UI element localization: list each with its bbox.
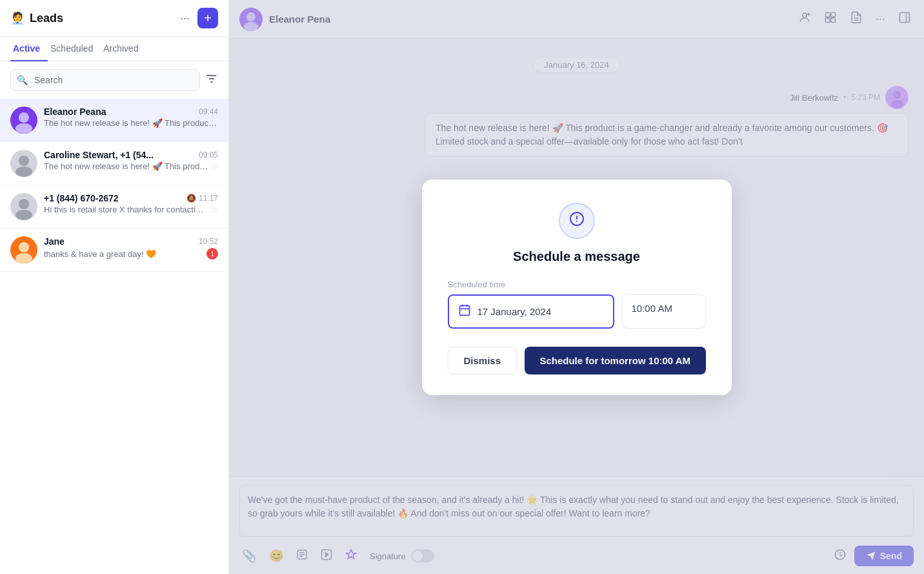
list-item[interactable]: +1 (844) 670-2672 🔕 11:17 Hi this is ret…	[0, 185, 228, 229]
svg-point-3	[19, 112, 29, 123]
list-item[interactable]: Jane 10:52 thanks & have a great day! 🧡 …	[0, 229, 228, 272]
contact-preview: thanks & have a great day! 🧡	[44, 249, 204, 259]
svg-point-6	[15, 167, 32, 177]
date-field[interactable]: 17 January, 2024	[448, 294, 614, 329]
contact-name: Jane	[44, 236, 65, 247]
sidebar-header-actions: ··· +	[177, 8, 218, 28]
search-icon: 🔍	[17, 75, 28, 85]
contact-preview-row: The hot new release is here! 🚀 This prod…	[44, 161, 218, 171]
sidebar-tabs: Active Scheduled Archived	[0, 37, 228, 61]
modal-fields: 17 January, 2024 10:00 AM	[448, 294, 706, 329]
contact-preview: Hi this is retail store X thanks for con…	[44, 205, 208, 214]
sidebar: 🧑‍💼 Leads ··· + Active Scheduled Archive…	[0, 0, 229, 574]
date-value: 17 January, 2024	[477, 306, 552, 317]
avatar	[10, 107, 37, 134]
contact-name-row: +1 (844) 670-2672 🔕 11:17	[44, 193, 218, 203]
svg-rect-37	[459, 305, 469, 315]
contact-info: Caroline Stewart, +1 (54... 09:05 The ho…	[44, 150, 218, 171]
contact-info: Jane 10:52 thanks & have a great day! 🧡 …	[44, 236, 218, 260]
sidebar-emoji: 🧑‍💼	[10, 11, 25, 25]
list-item[interactable]: Caroline Stewart, +1 (54... 09:05 The ho…	[0, 142, 228, 185]
search-bar: 🔍	[0, 61, 228, 99]
tab-active[interactable]: Active	[10, 37, 48, 61]
contact-name-row: Jane 10:52	[44, 236, 218, 247]
add-button[interactable]: +	[197, 8, 218, 28]
contact-info: +1 (844) 670-2672 🔕 11:17 Hi this is ret…	[44, 193, 218, 214]
svg-point-36	[576, 221, 578, 222]
main-chat: Eleanor Pena ··· January 16, 2024 Jill B…	[229, 0, 924, 574]
svg-point-7	[19, 199, 29, 209]
time-field[interactable]: 10:00 AM	[622, 294, 706, 329]
modal-actions: Dismiss Schedule for tomorrow 10:00 AM	[448, 347, 706, 374]
avatar	[10, 236, 37, 263]
star-icon: ☆	[211, 205, 218, 214]
modal-overlay: Schedule a message Scheduled time 17 Jan…	[229, 0, 924, 574]
list-item[interactable]: Eleanor Peana 09:44 The hot new release …	[0, 99, 228, 142]
filter-button[interactable]	[205, 72, 218, 88]
svg-point-5	[19, 156, 29, 166]
sidebar-header: 🧑‍💼 Leads ··· +	[0, 0, 228, 37]
contact-list: Eleanor Peana 09:44 The hot new release …	[0, 99, 228, 574]
search-input-wrap: 🔍	[10, 69, 200, 91]
sidebar-title-text: Leads	[30, 12, 63, 25]
contact-info: Eleanor Peana 09:44 The hot new release …	[44, 107, 218, 128]
star-icon: ☆	[211, 162, 218, 171]
info-icon	[569, 211, 585, 231]
svg-point-8	[15, 210, 32, 220]
contact-preview-row: The hot new release is here! 🚀 This prod…	[44, 118, 218, 128]
contact-preview: The hot new release is here! 🚀 This prod…	[44, 161, 208, 171]
contact-name: +1 (844) 670-2672	[44, 193, 119, 203]
sidebar-title: 🧑‍💼 Leads	[10, 11, 63, 25]
contact-time: 09:44	[199, 107, 218, 116]
contact-time: 09:05	[199, 150, 218, 159]
avatar	[10, 150, 37, 177]
svg-point-9	[19, 242, 29, 252]
contact-name-row: Eleanor Peana 09:44	[44, 107, 218, 117]
tab-archived[interactable]: Archived	[101, 37, 146, 61]
schedule-button[interactable]: Schedule for tomorrow 10:00 AM	[525, 347, 705, 374]
contact-name: Eleanor Peana	[44, 107, 106, 117]
contact-name: Caroline Stewart, +1 (54...	[44, 150, 154, 160]
contact-preview-row: Hi this is retail store X thanks for con…	[44, 205, 218, 214]
tab-scheduled[interactable]: Scheduled	[48, 37, 101, 61]
more-options-button[interactable]: ···	[177, 9, 192, 28]
contact-time: 10:52	[199, 237, 218, 246]
svg-point-4	[15, 123, 32, 134]
unread-badge: 1	[206, 248, 218, 260]
modal-icon-wrap	[559, 203, 595, 239]
contact-preview: The hot new release is here! 🚀 This prod…	[44, 118, 218, 128]
calendar-icon	[458, 303, 471, 320]
svg-point-10	[15, 253, 32, 263]
contact-preview-row: thanks & have a great day! 🧡 1	[44, 248, 218, 260]
contact-name-row: Caroline Stewart, +1 (54... 09:05	[44, 150, 218, 160]
schedule-modal: Schedule a message Scheduled time 17 Jan…	[422, 179, 732, 395]
search-input[interactable]	[10, 69, 200, 91]
modal-label: Scheduled time	[448, 280, 506, 289]
modal-title: Schedule a message	[513, 249, 640, 264]
contact-time: 11:17	[199, 194, 218, 203]
mute-icon: 🔕	[186, 194, 196, 203]
avatar	[10, 193, 37, 220]
dismiss-button[interactable]: Dismiss	[448, 347, 517, 374]
